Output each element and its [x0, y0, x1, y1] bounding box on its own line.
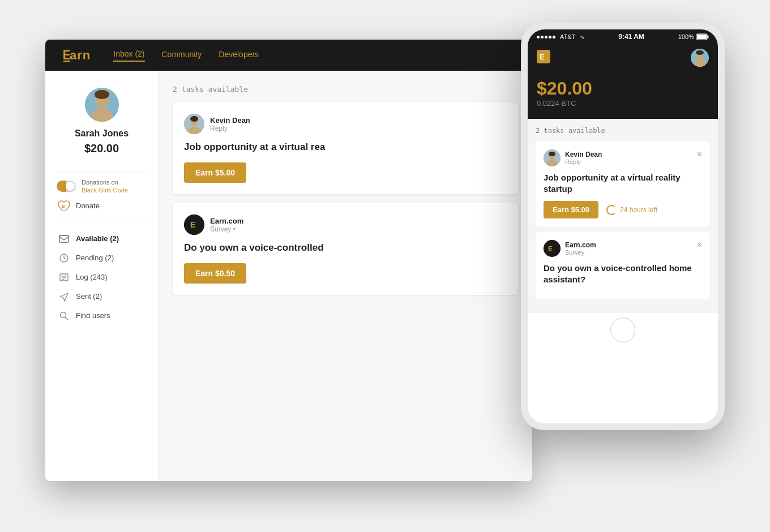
status-time: 9:41 AM — [618, 33, 644, 41]
phone-task-title-1: Job opportunity at a virtual reality sta… — [544, 172, 702, 194]
timer-circle-icon — [606, 205, 617, 215]
phone-sender-info-1: Kevin Dean Reply — [565, 151, 602, 165]
phone-balance-btc: 0.0224 BTC — [537, 99, 709, 108]
main-content: 2 tasks available K — [159, 71, 532, 481]
sender-avatar-2: E — [184, 214, 204, 235]
phone-balance-section: $20.00 0.0224 BTC — [528, 76, 718, 119]
earn-button-2[interactable]: Earn $0.50 — [184, 263, 246, 284]
clock-icon — [59, 253, 69, 263]
heart-btc-icon: B — [57, 199, 70, 213]
desktop-tasks-header: 2 tasks available — [173, 85, 518, 93]
sender-type-2: Survey • — [210, 225, 243, 233]
sidebar-divider-1 — [57, 171, 147, 171]
desktop-topbar: E̲arn Inbox (2) Community Developers — [45, 40, 532, 71]
user-name: Sarah Jones — [75, 128, 129, 139]
phone-task-footer-1: Earn $5.00 24 hours left — [544, 201, 702, 218]
nav-item-available[interactable]: Available (2) — [57, 229, 147, 248]
desktop-nav: Inbox (2) Community Developers — [113, 49, 259, 62]
nav-item-log[interactable]: Log (243) — [57, 268, 147, 287]
donate-row[interactable]: B Donate — [57, 199, 147, 213]
sender-info-1: Kevin Dean Reply — [210, 116, 250, 132]
sender-name-1: Kevin Dean — [210, 116, 250, 125]
task-title-2: Do you own a voice-controlled — [184, 242, 507, 254]
carrier-info: AT&T ∿ — [537, 33, 584, 40]
svg-point-27 — [696, 50, 704, 55]
user-balance: $20.00 — [84, 142, 119, 155]
phone-main: 2 tasks available × — [528, 119, 718, 313]
svg-rect-20 — [697, 35, 707, 39]
mail-icon — [59, 234, 69, 244]
desktop-content: Sarah Jones $20.00 Donations on Black Gi… — [45, 71, 532, 481]
nav-item-findusers[interactable]: Find users — [57, 306, 147, 325]
phone-timer-1: 24 hours left — [606, 205, 657, 215]
timer-label-1: 24 hours left — [620, 206, 657, 214]
sender-type-1: Reply — [210, 125, 250, 132]
home-button[interactable] — [610, 318, 635, 342]
phone-close-btn-1[interactable]: × — [697, 149, 702, 160]
phone-tasks-header: 2 tasks available — [536, 127, 710, 135]
nav-available-label: Available (2) — [76, 234, 119, 243]
donate-label: Donate — [76, 201, 100, 210]
sender-avatar-1 — [184, 114, 204, 134]
phone-inner: AT&T ∿ 9:41 AM 100% — [528, 29, 718, 423]
phone-earn-btn-1[interactable]: Earn $5.00 — [544, 201, 598, 218]
search-icon — [59, 311, 69, 321]
svg-text:E: E — [540, 53, 545, 61]
svg-point-16 — [190, 116, 198, 122]
sidebar-nav: Available (2) Pending (2) — [57, 229, 147, 325]
phone-sender-name-1: Kevin Dean — [565, 151, 602, 158]
svg-point-11 — [61, 312, 66, 318]
svg-text:E: E — [190, 220, 195, 229]
send-icon — [59, 291, 69, 302]
phone-sender-type-1: Reply — [565, 158, 602, 165]
svg-point-3 — [95, 90, 109, 99]
phone-task-card-2: × E Earn.com Survey Do yo — [536, 232, 710, 299]
phone-sender-avatar-2: E — [544, 240, 561, 257]
wifi-icon: ∿ — [580, 34, 584, 40]
phone-sender-info-2: Earn.com Survey — [565, 241, 596, 256]
phone-status-bar: AT&T ∿ 9:41 AM 100% — [528, 29, 718, 44]
donations-toggle[interactable] — [57, 181, 76, 192]
desktop-logo: E̲arn — [62, 48, 91, 63]
nav-log-label: Log (243) — [76, 273, 108, 281]
svg-text:B: B — [62, 204, 65, 209]
svg-point-31 — [549, 152, 555, 156]
phone-home-indicator — [528, 313, 718, 347]
phone-topbar: E — [528, 44, 718, 76]
donations-row[interactable]: Donations on Black Girls Code — [57, 178, 147, 195]
donations-link[interactable]: Black Girls Code — [82, 187, 128, 194]
svg-rect-21 — [707, 36, 708, 38]
task-sender-2: E Earn.com Survey • — [184, 214, 507, 235]
nav-item-pending[interactable]: Pending (2) — [57, 248, 147, 268]
user-avatar — [85, 88, 119, 122]
phone-task-title-2: Do you own a voice-controlled home assis… — [544, 263, 702, 285]
phone-sender-name-2: Earn.com — [565, 241, 596, 249]
phone-close-btn-2[interactable]: × — [697, 240, 702, 250]
phone-task-card-1: × Kevin Dean Reply — [536, 141, 710, 226]
svg-line-12 — [66, 317, 69, 320]
nav-tab-community[interactable]: Community — [162, 50, 202, 61]
phone-balance-usd: $20.00 — [537, 78, 709, 99]
nav-item-sent[interactable]: Sent (2) — [57, 287, 147, 306]
phone-sender-type-2: Survey — [565, 249, 596, 256]
sidebar-divider-2 — [57, 220, 147, 220]
nav-tab-inbox[interactable]: Inbox (2) — [113, 49, 144, 62]
task-title-1: Job opportunity at a virtual rea — [184, 141, 507, 153]
battery-info: 100% — [678, 33, 709, 40]
sidebar: Sarah Jones $20.00 Donations on Black Gi… — [45, 71, 159, 481]
earn-button-1[interactable]: Earn $5.00 — [184, 162, 246, 183]
phone-sender-avatar-1 — [544, 149, 561, 166]
donations-text: Donations on Black Girls Code — [82, 178, 128, 195]
sender-info-2: Earn.com Survey • — [210, 217, 243, 233]
nav-tab-developers[interactable]: Developers — [219, 50, 259, 61]
phone-task-sender-1: Kevin Dean Reply — [544, 149, 702, 166]
desktop-mockup: E̲arn Inbox (2) Community Developers — [45, 40, 532, 481]
task-card-1: Kevin Dean Reply Job opportunity at a vi… — [173, 102, 518, 194]
phone-user-avatar — [691, 49, 709, 67]
nav-findusers-label: Find users — [76, 311, 110, 320]
svg-rect-5 — [59, 235, 69, 242]
phone-mockup: AT&T ∿ 9:41 AM 100% — [521, 23, 725, 430]
nav-pending-label: Pending (2) — [76, 254, 114, 262]
carrier-name: AT&T — [560, 33, 575, 40]
sender-name-2: Earn.com — [210, 217, 243, 225]
